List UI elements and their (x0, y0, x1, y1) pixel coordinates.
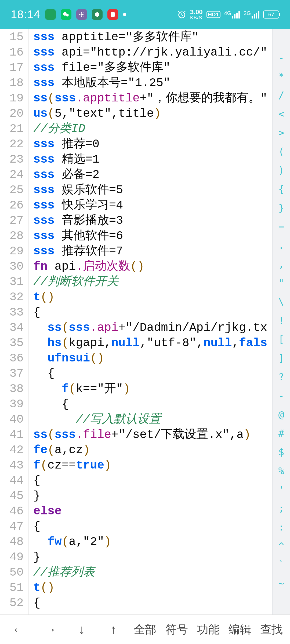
insert-symbol-button[interactable]: ] (273, 351, 290, 365)
insert-symbol-button[interactable]: - (273, 389, 290, 402)
arrow-down-button[interactable]: ↓ (66, 622, 98, 637)
line-number: 48 (0, 534, 24, 550)
code-line[interactable]: sss 推荐软件=7 (33, 244, 272, 259)
select-all-button[interactable]: 全部 (129, 622, 161, 637)
insert-symbol-button[interactable]: = (273, 219, 290, 233)
svg-rect-3 (111, 12, 115, 17)
line-number: 41 (0, 427, 24, 442)
line-number: 25 (0, 182, 24, 198)
insert-symbol-button[interactable]: " (273, 276, 290, 290)
line-number: 24 (0, 167, 24, 182)
insert-symbol-button[interactable]: ` (273, 558, 290, 572)
insert-symbol-button[interactable]: @ (273, 407, 290, 421)
code-line[interactable]: ss(sss.file+"/set/下载设置.x",a) (33, 427, 272, 442)
code-line[interactable]: } (33, 550, 272, 565)
settings-icon (76, 9, 87, 20)
status-right: 3.00 KB/S HD1 4G 2G 67 (177, 9, 279, 20)
insert-symbol-button[interactable]: * (273, 69, 290, 83)
line-number: 52 (0, 595, 24, 611)
code-line[interactable]: fw(a,"2") (33, 534, 272, 550)
code-line[interactable]: fe(a,cz) (33, 442, 272, 458)
insert-symbol-button[interactable]: < (273, 107, 290, 121)
line-number: 50 (0, 565, 24, 580)
code-line[interactable]: //判断软件开关 (33, 274, 272, 290)
line-number: 18 (0, 75, 24, 91)
code-line[interactable]: f(k=="开") (33, 381, 272, 397)
line-number: 42 (0, 442, 24, 458)
code-line[interactable]: { (33, 397, 272, 412)
code-line[interactable]: hs(kgapi,null,"utf-8",null,fals (33, 335, 272, 351)
code-line[interactable]: t() (33, 580, 272, 595)
edit-button[interactable]: 编辑 (224, 622, 256, 637)
code-line[interactable]: { (33, 473, 272, 488)
line-number: 44 (0, 473, 24, 488)
insert-symbol-button[interactable]: } (273, 201, 290, 215)
line-number-gutter: 1516171819202122232425262728293031323334… (0, 29, 28, 614)
insert-symbol-button[interactable]: / (273, 88, 290, 102)
insert-symbol-button[interactable]: $ (273, 445, 290, 459)
code-line[interactable]: sss apptitle="多多软件库" (33, 30, 272, 45)
insert-symbol-button[interactable]: ^ (273, 539, 290, 553)
code-line[interactable]: sss 本地版本号="1.25" (33, 75, 272, 91)
code-line[interactable]: sss 音影播放=3 (33, 213, 272, 228)
arrow-up-button[interactable]: ↑ (97, 622, 129, 637)
insert-symbol-button[interactable]: ! (273, 313, 290, 327)
insert-symbol-button[interactable]: . (273, 238, 290, 252)
symbol-scroll-strip[interactable]: -*/<>(){}=.,"\![]?-@#$%';:^`~ (272, 29, 290, 614)
line-number: 33 (0, 305, 24, 320)
status-bar: 18:14 3.00 KB/S HD1 4G (0, 0, 290, 29)
insert-symbol-button[interactable]: { (273, 182, 290, 196)
code-editor[interactable]: 1516171819202122232425262728293031323334… (0, 29, 290, 614)
line-number: 46 (0, 504, 24, 519)
insert-symbol-button[interactable]: ; (273, 501, 290, 515)
code-line[interactable]: sss 快乐学习=4 (33, 198, 272, 213)
insert-symbol-button[interactable]: # (273, 426, 290, 440)
insert-symbol-button[interactable]: ~ (273, 576, 290, 590)
code-line[interactable]: //推荐列表 (33, 565, 272, 580)
insert-symbol-button[interactable]: : (273, 520, 290, 534)
code-line[interactable]: sss 精选=1 (33, 152, 272, 167)
code-line[interactable]: { (33, 305, 272, 320)
code-line[interactable]: fn api.启动次数() (33, 259, 272, 274)
symbols-button[interactable]: 符号 (161, 622, 193, 637)
line-number: 45 (0, 488, 24, 504)
insert-symbol-button[interactable]: > (273, 126, 290, 140)
code-line[interactable]: //分类ID (33, 121, 272, 137)
insert-symbol-button[interactable]: % (273, 464, 290, 478)
app-icon-4 (92, 9, 103, 20)
code-content[interactable]: sss apptitle="多多软件库"sss api="http://rjk.… (28, 29, 272, 614)
code-line[interactable]: sss 必备=2 (33, 167, 272, 182)
insert-symbol-button[interactable]: \ (273, 295, 290, 309)
arrow-right-button[interactable]: → (34, 622, 66, 637)
insert-symbol-button[interactable]: ( (273, 144, 290, 158)
code-line[interactable]: //写入默认设置 (33, 412, 272, 427)
code-line[interactable]: sss api="http://rjk.yaliyali.cc/" (33, 45, 272, 60)
code-line[interactable]: ss(sss.api+"/Dadmin/Api/rjkg.tx (33, 320, 272, 335)
arrow-left-button[interactable]: ← (3, 622, 34, 637)
battery-indicator: 67 (263, 10, 279, 19)
find-button[interactable]: 查找 (256, 622, 287, 637)
insert-symbol-button[interactable]: ) (273, 163, 290, 177)
bottom-toolbar: ← → ↓ ↑ 全部 符号 功能 编辑 查找 (0, 614, 290, 644)
code-line[interactable]: else (33, 504, 272, 519)
code-line[interactable]: sss 娱乐软件=5 (33, 182, 272, 198)
alarm-icon (177, 10, 186, 19)
code-line[interactable]: } (33, 488, 272, 504)
insert-symbol-button[interactable]: [ (273, 332, 290, 346)
code-line[interactable]: us(5,"text",title) (33, 106, 272, 121)
code-line[interactable]: ss(sss.apptitle+"，你想要的我都有。" (33, 91, 272, 106)
code-line[interactable]: { (33, 519, 272, 534)
code-line[interactable]: sss 其他软件=6 (33, 228, 272, 244)
code-line[interactable]: ufnsui() (33, 351, 272, 366)
code-line[interactable]: { (33, 595, 272, 611)
code-line[interactable]: sss file="多多软件库" (33, 60, 272, 75)
insert-symbol-button[interactable]: ? (273, 370, 290, 384)
code-line[interactable]: t() (33, 290, 272, 305)
code-line[interactable]: f(cz==true) (33, 458, 272, 473)
code-line[interactable]: sss 推荐=0 (33, 137, 272, 152)
insert-symbol-button[interactable]: ' (273, 482, 290, 496)
insert-symbol-button[interactable]: , (273, 257, 290, 271)
insert-symbol-button[interactable]: - (273, 50, 290, 64)
functions-button[interactable]: 功能 (193, 622, 224, 637)
code-line[interactable]: { (33, 366, 272, 381)
